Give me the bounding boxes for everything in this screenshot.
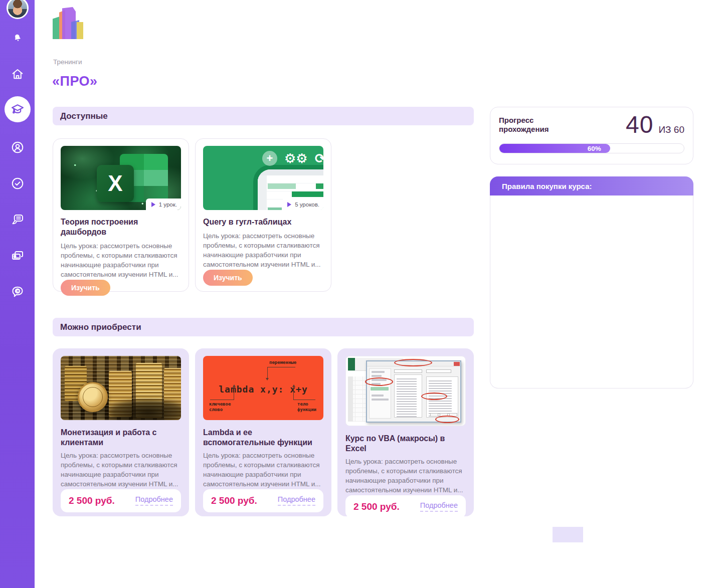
user-avatar[interactable] bbox=[7, 0, 29, 19]
page-title: «ПРО» bbox=[52, 74, 98, 89]
course-cover-excel: X 1 урок. bbox=[61, 146, 181, 210]
lessons-badge: 5 уроков. bbox=[282, 199, 323, 210]
course-footer: 2 500 руб. Подробнее bbox=[203, 489, 323, 512]
course-price: 2 500 руб. bbox=[69, 495, 115, 506]
excel-options-dialog bbox=[366, 360, 461, 423]
course-title: Теория построения дашбордов bbox=[61, 217, 181, 237]
red-circle-annotation bbox=[421, 393, 447, 400]
buy-card-vba: Курс по VBA (макросы) в Excel Цель урока… bbox=[337, 348, 474, 516]
course-cover-vba bbox=[345, 356, 466, 426]
course-description: Цель урока: рассмотреть основные проблем… bbox=[203, 451, 323, 489]
plus-circle-icon: + bbox=[262, 151, 277, 166]
progress-value: 40 bbox=[626, 111, 653, 138]
floating-placeholder-rect bbox=[553, 527, 583, 542]
buy-card-lambda: lambda x,y: x+y переменные ключевое слов… bbox=[195, 348, 331, 516]
viber-chat-icon bbox=[10, 284, 25, 299]
label-body: тело функции bbox=[297, 402, 316, 413]
course-footer: 2 500 руб. Подробнее bbox=[345, 495, 466, 518]
sidebar-item-payments[interactable] bbox=[7, 245, 29, 267]
sidebar-item-support[interactable] bbox=[7, 281, 29, 303]
progress-percent: 60% bbox=[588, 145, 601, 152]
details-link[interactable]: Подробнее bbox=[135, 495, 173, 506]
course-description: Цель урока: рассмотреть основные проблем… bbox=[345, 457, 466, 495]
check-circle-icon bbox=[10, 176, 25, 191]
course-price: 2 500 руб. bbox=[211, 495, 257, 506]
lessons-badge: 1 урок. bbox=[146, 199, 181, 210]
user-icon bbox=[10, 140, 25, 155]
main-content: Доступные X 1 урок. Теория построения да… bbox=[53, 107, 474, 516]
red-circle-annotation bbox=[435, 416, 459, 423]
label-variables: переменные bbox=[269, 360, 296, 366]
cards-icon bbox=[10, 248, 25, 263]
red-circle-annotation bbox=[365, 377, 393, 386]
rules-card-title: Правила покупки курса: bbox=[490, 176, 693, 195]
course-cover-lambda: lambda x,y: x+y переменные ключевое слов… bbox=[203, 356, 323, 420]
progress-bar-fill: 60% bbox=[499, 144, 610, 153]
details-link[interactable]: Подробнее bbox=[278, 495, 315, 506]
sheets-toolbar-icons: + ⚙⚙ ⟳ bbox=[262, 151, 323, 166]
course-title: Монетизация и работа с клиентами bbox=[61, 428, 181, 448]
coins-shadow bbox=[91, 398, 181, 420]
lessons-count: 1 урок. bbox=[159, 202, 177, 208]
right-panel: Прогресс прохождения 40 ИЗ 60 60% Правил… bbox=[490, 107, 693, 388]
chat-icon bbox=[10, 212, 25, 227]
course-card-dashboards: X 1 урок. Теория построения дашбордов Це… bbox=[53, 138, 189, 292]
arrow-down bbox=[266, 378, 269, 380]
logo-bar-yellow bbox=[77, 22, 83, 39]
sidebar-item-tasks[interactable] bbox=[7, 172, 29, 194]
progress-card: Прогресс прохождения 40 ИЗ 60 60% bbox=[490, 107, 693, 164]
course-description: Цель урока: рассмотреть основные проблем… bbox=[61, 451, 181, 489]
course-title: Query в гугл-таблицах bbox=[203, 217, 323, 227]
study-button[interactable]: Изучить bbox=[61, 280, 110, 296]
course-card-query: + ⚙⚙ ⟳ 5 уроков. Query в гугл-таблицах Ц… bbox=[195, 138, 331, 292]
red-circle-annotation bbox=[394, 359, 432, 366]
course-description: Цель урока: рассмотреть основные проблем… bbox=[61, 241, 181, 280]
lessons-count: 5 уроков. bbox=[295, 202, 319, 208]
course-description: Цель урока: рассмотреть основные проблем… bbox=[203, 231, 323, 270]
rules-card-body bbox=[490, 195, 693, 388]
sidebar bbox=[0, 0, 35, 588]
arrow-up bbox=[233, 384, 236, 387]
annotation-line bbox=[210, 387, 234, 400]
sidebar-item-messages[interactable] bbox=[7, 209, 29, 231]
graduation-cap-icon bbox=[10, 101, 26, 117]
play-icon bbox=[287, 202, 292, 207]
trainings-page: Тренинги «ПРО» Доступные X 1 урок. Т bbox=[0, 0, 722, 588]
play-icon bbox=[151, 202, 156, 207]
sidebar-item-trainings[interactable] bbox=[5, 96, 31, 122]
refresh-icon: ⟳ bbox=[315, 152, 323, 165]
details-link[interactable]: Подробнее bbox=[420, 501, 458, 512]
course-title: Курс по VBA (макросы) в Excel bbox=[345, 434, 466, 454]
home-icon bbox=[10, 67, 25, 82]
sidebar-item-home[interactable] bbox=[7, 63, 29, 85]
course-price: 2 500 руб. bbox=[353, 501, 400, 512]
annotation-line bbox=[267, 367, 295, 378]
sidebar-item-notifications[interactable] bbox=[7, 27, 29, 49]
buy-card-monetization: Монетизация и работа с клиентами Цель ур… bbox=[53, 348, 189, 516]
app-logo[interactable] bbox=[53, 7, 84, 40]
arrow-up bbox=[292, 384, 295, 387]
progress-total: ИЗ 60 bbox=[658, 124, 684, 135]
annotation-line bbox=[293, 387, 315, 400]
rules-card: Правила покупки курса: bbox=[490, 176, 693, 388]
gears-icon: ⚙⚙ bbox=[284, 152, 308, 165]
section-header-purchasable: Можно приобрести bbox=[53, 318, 474, 336]
sidebar-item-profile[interactable] bbox=[7, 136, 29, 158]
course-cover-coins bbox=[61, 356, 181, 420]
breadcrumb[interactable]: Тренинги bbox=[53, 58, 82, 66]
course-cover-sheets: + ⚙⚙ ⟳ 5 уроков. bbox=[203, 146, 323, 210]
course-title: Lambda и ее вспомогательные функции bbox=[203, 428, 323, 448]
course-footer: 2 500 руб. Подробнее bbox=[61, 489, 181, 512]
available-courses-row: X 1 урок. Теория построения дашбордов Це… bbox=[53, 138, 474, 292]
purchasable-courses-row: Монетизация и работа с клиентами Цель ур… bbox=[53, 348, 474, 516]
label-keyword: ключевое слово bbox=[209, 402, 231, 413]
section-header-available: Доступные bbox=[53, 107, 474, 125]
bell-icon bbox=[11, 32, 24, 45]
progress-label: Прогресс прохождения bbox=[499, 116, 574, 134]
progress-bar: 60% bbox=[499, 143, 684, 153]
study-button[interactable]: Изучить bbox=[203, 270, 253, 286]
excel-logo-graphic: X bbox=[97, 165, 134, 202]
